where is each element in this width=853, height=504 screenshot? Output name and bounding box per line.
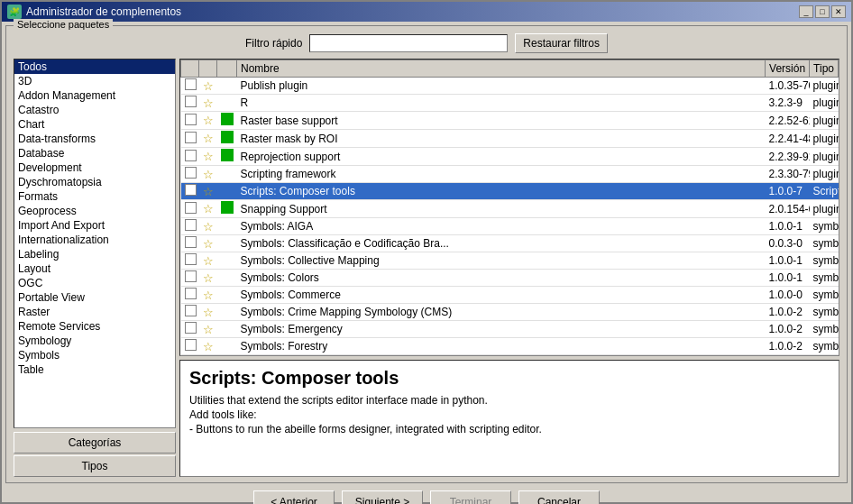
star-icon[interactable]: ☆ bbox=[203, 289, 214, 302]
table-row[interactable]: ☆R3.2.3-9plugin bbox=[181, 95, 839, 112]
category-item-remote-services[interactable]: Remote Services bbox=[14, 319, 175, 334]
category-item-ogc[interactable]: OGC bbox=[14, 276, 175, 290]
group-legend: Seleccione paquetes bbox=[14, 19, 113, 30]
col-version: Versión bbox=[766, 60, 810, 78]
category-item-layout[interactable]: Layout bbox=[14, 261, 175, 276]
star-icon[interactable]: ☆ bbox=[203, 114, 214, 127]
row-checkbox[interactable] bbox=[185, 184, 197, 196]
category-item-database[interactable]: Database bbox=[14, 146, 175, 160]
row-type: plugin bbox=[810, 78, 839, 95]
category-item-addon[interactable]: Addon Management bbox=[14, 88, 175, 103]
star-icon[interactable]: ☆ bbox=[203, 150, 214, 163]
category-item-data-transforms[interactable]: Data-transforms bbox=[14, 132, 175, 146]
star-icon[interactable]: ☆ bbox=[203, 132, 214, 145]
row-checkbox[interactable] bbox=[185, 167, 197, 179]
row-name: Symbols: Forestry bbox=[237, 338, 766, 355]
row-checkbox[interactable] bbox=[185, 96, 197, 107]
category-item-dyschromatopsia[interactable]: Dyschromatopsia bbox=[14, 175, 175, 189]
category-item-internationalization[interactable]: Internationalization bbox=[14, 233, 175, 247]
category-item-import-export[interactable]: Import And Export bbox=[14, 218, 175, 233]
row-type: plugin bbox=[810, 166, 839, 183]
table-row[interactable]: ☆Symbols: Crime Mapping Symbology (CMS)1… bbox=[181, 304, 839, 321]
table-row[interactable]: ☆Snapping Support2.0.154-62plugin bbox=[181, 200, 839, 218]
restore-filters-button[interactable]: Restaurar filtros bbox=[515, 33, 608, 53]
star-icon[interactable]: ☆ bbox=[203, 185, 214, 198]
row-checkbox[interactable] bbox=[185, 132, 197, 143]
star-icon[interactable]: ☆ bbox=[203, 323, 214, 336]
row-checkbox[interactable] bbox=[185, 288, 197, 299]
category-item-raster[interactable]: Raster bbox=[14, 305, 175, 319]
minimize-button[interactable]: _ bbox=[799, 5, 813, 18]
star-icon[interactable]: ☆ bbox=[203, 340, 214, 353]
row-checkbox[interactable] bbox=[185, 114, 197, 125]
row-checkbox[interactable] bbox=[185, 305, 197, 316]
row-version: 2.2.41-48 bbox=[766, 130, 810, 148]
table-row[interactable]: ☆Symbols: Collective Mapping1.0.0-1symbo… bbox=[181, 252, 839, 270]
row-checkbox[interactable] bbox=[185, 270, 197, 282]
table-row[interactable]: ☆Symbols: Colors1.0.0-1symbols bbox=[181, 270, 839, 287]
category-item-symbology[interactable]: Symbology bbox=[14, 334, 175, 348]
category-item-catastro[interactable]: Catastro bbox=[14, 103, 175, 117]
category-item-chart[interactable]: Chart bbox=[14, 117, 175, 132]
category-item-geoprocess[interactable]: Geoprocess bbox=[14, 204, 175, 218]
category-item-table[interactable]: Table bbox=[14, 362, 175, 377]
row-checkbox[interactable] bbox=[185, 322, 197, 334]
star-icon[interactable]: ☆ bbox=[203, 254, 214, 268]
star-icon[interactable]: ☆ bbox=[203, 79, 214, 93]
star-icon[interactable]: ☆ bbox=[203, 168, 214, 181]
maximize-button[interactable]: □ bbox=[815, 5, 830, 18]
table-row[interactable]: ☆Reprojection support2.2.39-91plugin bbox=[181, 148, 839, 166]
next-button[interactable]: Siguiente > bbox=[342, 490, 423, 504]
categories-button[interactable]: Categorías bbox=[14, 432, 176, 454]
table-row[interactable]: ☆Symbols: Forestry1.0.0-2symbols bbox=[181, 338, 839, 355]
row-version: 1.0.0-2 bbox=[766, 321, 810, 338]
table-row[interactable]: ☆Raster base support2.2.52-61plugin bbox=[181, 112, 839, 130]
category-item-3d[interactable]: 3D bbox=[14, 74, 175, 88]
category-list[interactable]: Todos3DAddon ManagementCatastroChartData… bbox=[14, 59, 176, 428]
previous-button[interactable]: < Anterior bbox=[253, 490, 335, 504]
row-version: 3.2.3-9 bbox=[766, 95, 810, 112]
right-panel: Nombre Versión Tipo ☆Publish plugin1.0.3… bbox=[179, 59, 839, 477]
row-checkbox[interactable] bbox=[185, 253, 197, 265]
table-row[interactable]: ☆Symbols: Emergency1.0.0-2symbols bbox=[181, 321, 839, 338]
table-row[interactable]: ☆Symbols: Classificação e Codificação Br… bbox=[181, 235, 839, 252]
category-item-portable-view[interactable]: Portable View bbox=[14, 290, 175, 305]
row-version: 1.0.0-7 bbox=[766, 183, 810, 200]
star-icon[interactable]: ☆ bbox=[203, 306, 214, 319]
row-checkbox[interactable] bbox=[185, 78, 197, 90]
row-checkbox[interactable] bbox=[185, 339, 197, 351]
category-item-todos[interactable]: Todos bbox=[14, 60, 175, 74]
row-checkbox[interactable] bbox=[185, 150, 197, 161]
category-item-formats[interactable]: Formats bbox=[14, 189, 175, 204]
close-button[interactable]: ✕ bbox=[831, 5, 846, 18]
table-row[interactable]: ☆Scripts: Composer tools1.0.0-7Script bbox=[181, 183, 839, 200]
star-icon[interactable]: ☆ bbox=[203, 237, 214, 251]
row-checkbox[interactable] bbox=[185, 236, 197, 248]
row-type: symbols bbox=[810, 218, 839, 235]
table-row[interactable]: ☆Publish plugin1.0.35-70plugin bbox=[181, 78, 839, 95]
app-icon: 🧩 bbox=[7, 5, 22, 19]
star-icon[interactable]: ☆ bbox=[203, 202, 214, 215]
star-icon[interactable]: ☆ bbox=[203, 220, 214, 234]
table-row[interactable]: ☆Raster mask by ROI2.2.41-48plugin bbox=[181, 130, 839, 148]
category-item-symbols[interactable]: Symbols bbox=[14, 348, 175, 362]
row-checkbox[interactable] bbox=[185, 219, 197, 231]
table-row[interactable]: ☆Scripting framework2.3.30-79plugin bbox=[181, 166, 839, 183]
finish-button[interactable]: Terminar bbox=[430, 490, 511, 504]
types-button[interactable]: Tipos bbox=[14, 455, 176, 477]
category-item-development[interactable]: Development bbox=[14, 160, 175, 175]
cancel-button[interactable]: Cancelar bbox=[518, 490, 600, 504]
filter-input[interactable] bbox=[309, 34, 508, 52]
plugin-table-container: Nombre Versión Tipo ☆Publish plugin1.0.3… bbox=[179, 59, 839, 356]
star-icon[interactable]: ☆ bbox=[203, 271, 214, 285]
table-row[interactable]: ☆Symbols: AIGA1.0.0-1symbols bbox=[181, 218, 839, 235]
row-version: 2.3.30-79 bbox=[766, 166, 810, 183]
row-checkbox[interactable] bbox=[185, 202, 197, 214]
row-version: 1.0.0-2 bbox=[766, 338, 810, 355]
star-icon[interactable]: ☆ bbox=[203, 96, 214, 110]
row-version: 2.0.154-62 bbox=[766, 200, 810, 218]
table-row[interactable]: ☆Symbols: Commerce1.0.0-0symbols bbox=[181, 287, 839, 304]
col-icon bbox=[217, 60, 237, 78]
row-type: symbols bbox=[810, 235, 839, 252]
category-item-labeling[interactable]: Labeling bbox=[14, 247, 175, 261]
